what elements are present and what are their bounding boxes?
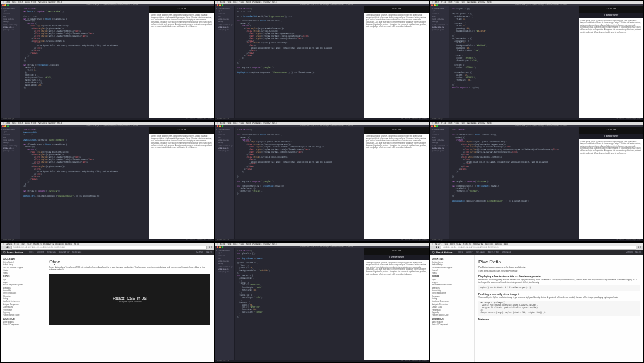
menu-file[interactable]: File bbox=[444, 243, 448, 246]
file-tree-item[interactable]: package.json bbox=[216, 150, 234, 152]
menu-view[interactable]: View bbox=[27, 243, 31, 246]
toc-link[interactable]: Testing bbox=[3, 298, 43, 300]
toc-link[interactable]: Performance bbox=[432, 309, 472, 311]
menu-find[interactable]: Find bbox=[461, 1, 465, 4]
header-nav-link[interactable]: Newsletter bbox=[488, 251, 499, 254]
file-tree-item[interactable]: .git bbox=[216, 10, 234, 12]
menu-window[interactable]: Window bbox=[263, 122, 270, 125]
file-tree-item[interactable]: package.json bbox=[1, 150, 19, 152]
menu-safari[interactable]: Safari bbox=[435, 243, 442, 246]
toc-link[interactable]: Testing bbox=[432, 298, 472, 300]
toc-link[interactable]: Navigator Comparison bbox=[3, 304, 43, 306]
toc-link[interactable]: Upgrading bbox=[3, 312, 43, 314]
file-tree-item[interactable]: ios bbox=[1, 16, 19, 18]
menu-edit[interactable]: Edit bbox=[233, 243, 237, 246]
menu-packages[interactable]: Packages bbox=[252, 243, 261, 246]
file-tree-item[interactable]: index.android.js bbox=[216, 266, 234, 268]
menu-help[interactable]: Help bbox=[487, 122, 491, 125]
file-tree-item[interactable]: package.json bbox=[216, 271, 234, 273]
toc-link[interactable]: Debugging bbox=[432, 296, 472, 297]
file-tree-item[interactable]: android bbox=[216, 255, 234, 257]
project-root[interactable]: ▸ iTunesBrowser bbox=[431, 129, 448, 130]
file-tree[interactable]: ▸ iTunesBrowser .git android ios node_mo… bbox=[215, 248, 235, 360]
menu-help[interactable]: Help bbox=[272, 243, 276, 246]
menu-find[interactable]: Find bbox=[461, 122, 465, 125]
toc-link[interactable]: Performance bbox=[3, 309, 43, 311]
file-tree-item[interactable]: node_modules bbox=[1, 18, 19, 20]
toc-link[interactable]: Native UI Components bbox=[432, 324, 472, 326]
file-tree-item[interactable]: index.android.js bbox=[216, 24, 234, 26]
file-tree-item[interactable]: index.android.js bbox=[431, 24, 448, 26]
file-tree-item[interactable]: package.json bbox=[1, 29, 19, 31]
menu-history[interactable]: History bbox=[463, 243, 471, 246]
file-tree-item[interactable]: index.ios.js bbox=[216, 147, 234, 149]
menu-atom[interactable]: Atom bbox=[220, 122, 225, 125]
sim-content[interactable]: Lorem ipsum dolor sit amet, consectetur … bbox=[149, 13, 214, 118]
menu-packages[interactable]: Packages bbox=[252, 122, 261, 125]
menu-file[interactable]: File bbox=[441, 1, 446, 4]
toc-link[interactable]: Animations bbox=[3, 287, 43, 289]
toc-link[interactable]: Linux and Windows Support bbox=[3, 267, 43, 269]
menu-file[interactable]: File bbox=[12, 1, 16, 4]
file-tree-item[interactable]: index.ios.js bbox=[1, 26, 19, 28]
menu-packages[interactable]: Packages bbox=[252, 1, 261, 4]
file-tree-item[interactable]: .git bbox=[216, 131, 234, 133]
menu-file[interactable]: File bbox=[227, 1, 231, 4]
back-button[interactable]: ◀ bbox=[6, 246, 8, 249]
share-icon[interactable]: ⇪ bbox=[208, 246, 210, 249]
file-tree-item[interactable]: node_modules bbox=[216, 18, 234, 20]
menu-atom[interactable]: Atom bbox=[435, 1, 439, 4]
toc-link[interactable]: Getting Started bbox=[3, 262, 43, 263]
menu-atom[interactable]: Atom bbox=[220, 1, 225, 4]
sim-content[interactable]: iTunesBrowser Lorem ipsum dolor sit amet… bbox=[579, 13, 643, 118]
menu-packages[interactable]: Packages bbox=[38, 1, 47, 4]
menu-help[interactable]: Help bbox=[57, 1, 62, 4]
menu-help[interactable]: Help bbox=[74, 243, 79, 246]
menu-packages[interactable]: Packages bbox=[467, 122, 476, 125]
header-nav-link[interactable]: Newsletter bbox=[59, 251, 70, 254]
file-tree[interactable]: ▸ iTunesBrowser .git android ios node_mo… bbox=[430, 6, 449, 118]
toc-link[interactable]: Accessibility bbox=[432, 290, 472, 292]
project-root[interactable]: ▸ iTunesBrowser bbox=[1, 129, 19, 130]
menu-history[interactable]: History bbox=[33, 243, 42, 246]
header-nav-link[interactable]: Docs bbox=[458, 251, 463, 254]
menu-file[interactable]: File bbox=[227, 243, 231, 246]
code-editor[interactable]: 'use strict'; var React = require('react… bbox=[20, 6, 149, 118]
toc-link[interactable]: Platform Specific Code bbox=[3, 314, 43, 316]
file-tree-item[interactable]: ios bbox=[216, 16, 234, 18]
code-editor[interactable]: 'use strict'; var iTunesBrowser = React.… bbox=[235, 127, 364, 239]
file-tree-item[interactable]: index.ios.js bbox=[216, 26, 234, 28]
toc-link[interactable]: Gesture Responder System bbox=[432, 284, 472, 286]
toc-link[interactable]: Tutorial bbox=[3, 270, 43, 272]
file-tree-item[interactable]: .git bbox=[216, 252, 234, 254]
toc-link[interactable]: Direct Manipulation bbox=[3, 292, 43, 294]
menu-edit[interactable]: Edit bbox=[233, 122, 237, 125]
toc-link[interactable]: Native Modules bbox=[432, 321, 472, 323]
header-nav-link[interactable]: Showcase bbox=[72, 251, 81, 254]
toc-link[interactable]: JavaScript Environment bbox=[432, 301, 472, 302]
menu-bookmarks[interactable]: Bookmarks bbox=[473, 243, 483, 246]
file-tree-item[interactable]: index.android.js bbox=[1, 145, 19, 147]
tabs-icon[interactable]: ⊞ bbox=[640, 246, 641, 249]
toc-link[interactable]: Tutorial bbox=[432, 270, 472, 272]
menu-edit[interactable]: Edit bbox=[450, 243, 455, 246]
file-tree-item[interactable]: index.ios.js bbox=[431, 26, 448, 28]
file-tree-item[interactable]: package.json bbox=[216, 29, 234, 31]
file-tree-item[interactable]: design bbox=[1, 21, 19, 23]
menu-atom[interactable]: Atom bbox=[220, 243, 225, 246]
file-tree-item[interactable]: node_modules bbox=[431, 139, 448, 141]
menu-view[interactable]: View bbox=[456, 243, 461, 246]
menu-atom[interactable]: Atom bbox=[435, 122, 439, 125]
toc-link[interactable]: Platform Specific Code bbox=[432, 314, 472, 316]
menu-find[interactable]: Find bbox=[31, 1, 36, 4]
file-tree-item[interactable]: ios bbox=[216, 137, 234, 139]
toc-link[interactable]: Native Modules bbox=[3, 321, 43, 323]
file-tree-item[interactable]: ios bbox=[431, 137, 448, 139]
back-button[interactable]: ◀ bbox=[436, 246, 437, 249]
menu-window[interactable]: Window bbox=[263, 243, 270, 246]
toc-link[interactable]: Style bbox=[3, 279, 43, 281]
menu-develop[interactable]: Develop bbox=[55, 243, 64, 246]
react-link[interactable]: React bbox=[206, 251, 212, 254]
sim-content[interactable]: Lorem ipsum dolor sit amet, consectetur … bbox=[364, 13, 429, 118]
file-tree-item[interactable]: android bbox=[216, 134, 234, 136]
